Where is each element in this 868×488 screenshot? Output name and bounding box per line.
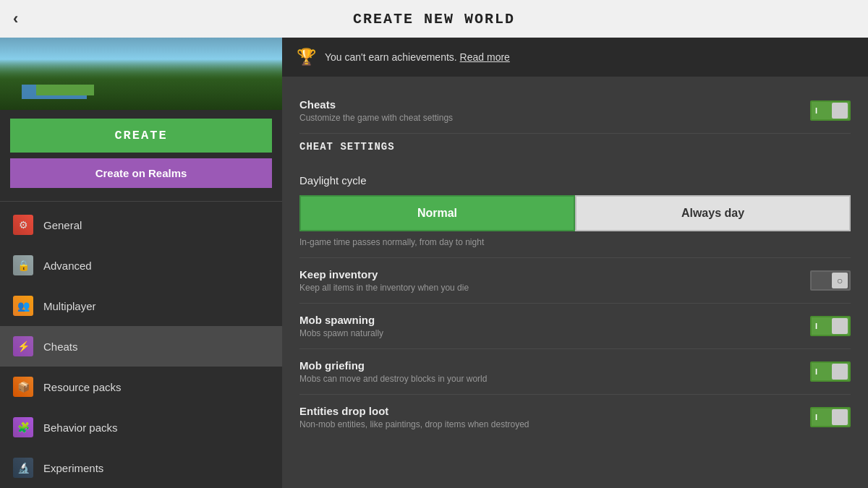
entities-loot-row: Entities drop loot Non-mob entities, lik…: [299, 395, 851, 440]
daylight-always-day-btn[interactable]: Always day: [575, 195, 851, 231]
behavior-packs-icon: 🧩: [13, 417, 33, 437]
daylight-hint: In-game time passes normally, from day t…: [299, 237, 851, 247]
achievements-banner: 🏆 You can't earn achievements. Read more: [282, 38, 868, 77]
back-button[interactable]: ‹: [13, 9, 18, 28]
mob-griefing-row: Mob griefing Mobs can move and destroy b…: [299, 349, 851, 395]
advanced-icon: 🔒: [13, 255, 33, 275]
entities-loot-title: Entities drop loot: [299, 405, 810, 417]
mob-griefing-info: Mob griefing Mobs can move and destroy b…: [299, 359, 810, 384]
sidebar-item-cheats[interactable]: ⚡ Cheats: [0, 326, 282, 367]
keep-inventory-knob: ○: [832, 273, 848, 288]
sidebar: CREATE Create on Realms ⚙ General 🔒 Adva…: [0, 38, 282, 488]
mob-spawning-knob: [832, 318, 848, 334]
toggle-on-label: I: [815, 106, 817, 115]
keep-inventory-title: Keep inventory: [299, 268, 810, 281]
sidebar-item-general[interactable]: ⚙ General: [0, 205, 282, 245]
content-panel: 🏆 You can't earn achievements. Read more…: [282, 38, 868, 488]
cheats-setting-row: Cheats Customize the game with cheat set…: [299, 88, 851, 134]
mob-spawning-title: Mob spawning: [299, 314, 810, 326]
sidebar-label-general: General: [43, 219, 82, 231]
achievements-text: You can't earn achievements. Read more: [325, 51, 510, 63]
daylight-cycle-buttons: Normal Always day: [299, 195, 851, 231]
keep-inventory-desc: Keep all items in the inventory when you…: [299, 283, 810, 293]
mob-griefing-toggle[interactable]: I: [810, 361, 851, 382]
entities-loot-knob: [832, 409, 848, 425]
mob-spawning-toggle[interactable]: I: [810, 316, 851, 336]
toggle-knob: [832, 103, 848, 119]
sidebar-divider: [0, 201, 282, 202]
mob-spawning-row: Mob spawning Mobs spawn naturally I: [299, 304, 851, 349]
keep-inventory-row: Keep inventory Keep all items in the inv…: [299, 258, 851, 304]
sidebar-item-behavior-packs[interactable]: 🧩 Behavior packs: [0, 407, 282, 448]
content-inner: Cheats Customize the game with cheat set…: [282, 77, 868, 488]
sidebar-item-resource-packs[interactable]: 📦 Resource packs: [0, 367, 282, 407]
resource-packs-icon: 📦: [13, 377, 33, 397]
read-more-link[interactable]: Read more: [460, 51, 510, 63]
keep-inventory-toggle[interactable]: ○: [810, 270, 851, 291]
cheats-setting-title: Cheats: [299, 98, 810, 111]
sidebar-label-cheats: Cheats: [43, 341, 78, 353]
sidebar-label-behavior-packs: Behavior packs: [43, 421, 118, 434]
mob-spawning-desc: Mobs spawn naturally: [299, 328, 810, 338]
entities-loot-info: Entities drop loot Non-mob entities, lik…: [299, 405, 810, 429]
create-realms-button[interactable]: Create on Realms: [10, 158, 272, 188]
sidebar-label-multiplayer: Multiplayer: [43, 300, 96, 312]
sidebar-label-resource-packs: Resource packs: [43, 381, 122, 393]
sidebar-item-multiplayer[interactable]: 👥 Multiplayer: [0, 286, 282, 326]
cheats-toggle[interactable]: I: [810, 100, 851, 121]
daylight-cycle-label: Daylight cycle: [299, 174, 851, 187]
general-icon: ⚙: [13, 215, 33, 235]
experiments-icon: 🔬: [13, 458, 33, 478]
achievements-warning-text: You can't earn achievements.: [325, 51, 457, 63]
sidebar-label-experiments: Experiments: [43, 462, 103, 474]
cheats-icon: ⚡: [13, 336, 33, 356]
header: ‹ CREATE NEW WORLD: [0, 0, 868, 38]
world-preview: [0, 38, 282, 110]
mob-griefing-toggle-label: I: [815, 367, 817, 376]
entities-loot-toggle-label: I: [815, 413, 817, 421]
mob-griefing-desc: Mobs can move and destroy blocks in your…: [299, 374, 810, 384]
cheats-setting-info: Cheats Customize the game with cheat set…: [299, 98, 810, 123]
keep-inventory-info: Keep inventory Keep all items in the inv…: [299, 268, 810, 293]
page-title: CREATE NEW WORLD: [353, 11, 515, 27]
daylight-cycle-section: Daylight cycle Normal Always day In-game…: [299, 164, 851, 258]
entities-loot-desc: Non-mob entities, like paintings, drop i…: [299, 419, 810, 429]
main-layout: CREATE Create on Realms ⚙ General 🔒 Adva…: [0, 38, 868, 488]
create-button[interactable]: CREATE: [10, 119, 272, 153]
multiplayer-icon: 👥: [13, 296, 33, 316]
sidebar-item-experiments[interactable]: 🔬 Experiments: [0, 448, 282, 488]
mob-griefing-title: Mob griefing: [299, 359, 810, 372]
sidebar-label-advanced: Advanced: [43, 260, 92, 272]
mob-griefing-knob: [832, 364, 848, 380]
cheats-setting-desc: Customize the game with cheat settings: [299, 113, 810, 123]
cheat-settings-section-title: CHEAT SETTINGS: [299, 141, 851, 153]
achievement-warning-icon: 🏆: [297, 48, 316, 67]
mob-spawning-info: Mob spawning Mobs spawn naturally: [299, 314, 810, 338]
preview-land: [36, 85, 94, 95]
sidebar-item-advanced[interactable]: 🔒 Advanced: [0, 245, 282, 286]
entities-loot-toggle[interactable]: I: [810, 407, 851, 427]
mob-spawning-toggle-label: I: [815, 322, 817, 330]
daylight-normal-btn[interactable]: Normal: [299, 195, 575, 231]
